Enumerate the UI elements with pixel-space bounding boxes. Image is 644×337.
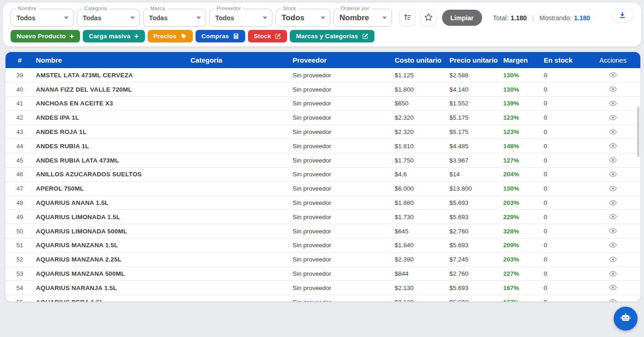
favorites-button[interactable] — [420, 10, 437, 26]
filter-proveedor-select[interactable]: Proveedor Todos — [209, 9, 272, 27]
column-header-number[interactable]: # — [6, 52, 34, 68]
brands-categories-button[interactable]: Marcas y Categorias — [290, 30, 374, 42]
stock-count: 0 — [542, 252, 586, 267]
table-row[interactable]: 39 AMSTEL LATA 473ML CERVEZA Sin proveed… — [6, 68, 640, 82]
row-number: 54 — [6, 281, 34, 295]
sort-direction-button[interactable] — [399, 10, 416, 26]
filter-categoria-select[interactable]: Categoria Todas — [77, 9, 140, 27]
view-product-button[interactable] — [606, 298, 620, 302]
unit-price: $1.552 — [448, 97, 501, 111]
table-row[interactable]: 46 ANILLOS AZUCARADOS SUELTOS Sin provee… — [6, 168, 640, 182]
stock-count: 0 — [542, 295, 586, 302]
product-name: AMSTEL LATA 473ML CERVEZA — [34, 68, 189, 82]
plus-icon: + — [69, 32, 74, 40]
table-row[interactable]: 51 AQUARIUS MANZANA 1.5L Sin proveedor $… — [6, 238, 640, 253]
table-row[interactable]: 49 AQUARIUS LIMONADA 1.5L Sin proveedor … — [6, 210, 640, 224]
eye-icon — [609, 214, 617, 221]
table-row[interactable]: 40 ANANA FIZZ DEL VALLE 720ML Sin provee… — [6, 82, 640, 97]
view-product-button[interactable] — [606, 227, 620, 235]
product-provider: Sin proveedor — [291, 210, 393, 224]
eye-icon — [609, 129, 617, 136]
stock-count: 0 — [542, 224, 586, 238]
row-number: 41 — [6, 97, 34, 111]
chatbot-fab-button[interactable] — [614, 307, 638, 331]
export-download-button[interactable] — [611, 9, 633, 23]
filter-stock-select[interactable]: Stock Todos — [276, 9, 330, 27]
new-product-label: Nuevo Producto — [17, 33, 66, 40]
margin-percent: 123% — [501, 125, 542, 139]
column-header-unit-price[interactable]: Precio unitario — [448, 52, 501, 68]
row-number: 49 — [6, 210, 34, 224]
margin-percent: 167% — [501, 281, 542, 295]
margin-percent: 204% — [501, 168, 542, 182]
table-row[interactable]: 52 AQUARIUS MANZANA 2.25L Sin proveedor … — [6, 252, 640, 267]
table-row[interactable]: 48 AQUARIUS ANANA 1.5L Sin proveedor $1.… — [6, 196, 640, 210]
eye-icon — [609, 87, 617, 93]
column-header-unit-cost[interactable]: Costo unitario — [393, 52, 448, 68]
filter-marca-select[interactable]: Marca Todas — [143, 9, 206, 27]
table-row[interactable]: 42 ANDES IPA 1L Sin proveedor $2.320 $5.… — [6, 110, 640, 125]
view-product-button[interactable] — [606, 284, 620, 291]
product-provider: Sin proveedor — [291, 97, 393, 111]
bulk-upload-button[interactable]: Carga masiva + — [83, 30, 144, 42]
table-row[interactable]: 53 AQUARIUS MANZANA 500ML Sin proveedor … — [6, 267, 640, 281]
total-label: Total: — [493, 14, 508, 22]
view-product-button[interactable] — [606, 170, 620, 178]
product-category — [189, 252, 291, 267]
view-product-button[interactable] — [606, 241, 620, 249]
view-product-button[interactable] — [606, 85, 620, 93]
table-row[interactable]: 41 ANCHOAS EN ACEITE X3 Sin proveedor $6… — [6, 97, 640, 111]
new-product-button[interactable]: Nuevo Producto + — [11, 30, 80, 42]
product-category — [189, 153, 291, 168]
table-row[interactable]: 47 APEROL 750ML Sin proveedor $6.000 $13… — [6, 181, 640, 196]
summary-divider: | — [532, 14, 534, 22]
stock-edit-button[interactable]: Stock — [248, 30, 288, 42]
product-category — [189, 139, 291, 153]
view-product-button[interactable] — [606, 71, 620, 79]
view-product-button[interactable] — [606, 185, 620, 192]
view-product-button[interactable] — [606, 128, 620, 136]
purchases-button[interactable]: Compras — [196, 30, 245, 42]
sort-by-select[interactable]: Ordenar por Nombre — [334, 9, 392, 27]
table-row[interactable]: 43 ANDES ROJA 1L Sin proveedor $2.320 $5… — [6, 125, 640, 139]
clear-filters-button[interactable]: Limpiar — [442, 10, 482, 26]
unit-price: $7.245 — [448, 252, 501, 267]
unit-price: $5.693 — [448, 196, 501, 210]
table-scrollbar[interactable] — [637, 106, 639, 157]
column-header-margin[interactable]: Margen — [501, 52, 542, 68]
product-name: AQUARIUS MANZANA 1.5L — [34, 238, 189, 253]
view-product-button[interactable] — [606, 142, 620, 150]
column-header-stock[interactable]: En stock — [542, 52, 586, 68]
product-name: AQUARIUS LIMONADA 500ML — [34, 224, 189, 238]
star-icon — [424, 12, 433, 23]
product-provider: Sin proveedor — [291, 181, 393, 196]
product-provider: Sin proveedor — [291, 168, 393, 182]
table-row[interactable]: 44 ANDES RUBIA 1L Sin proveedor $1.810 $… — [6, 139, 640, 153]
table-row[interactable]: 55 AQUARIUS PERA 1.5L Sin proveedor $2.1… — [6, 295, 640, 302]
prices-button[interactable]: Precios — [148, 30, 193, 42]
view-product-button[interactable] — [606, 270, 620, 278]
view-product-button[interactable] — [606, 114, 620, 122]
column-header-name[interactable]: Nombre — [34, 52, 189, 68]
unit-cost: $650 — [393, 97, 448, 111]
chevron-down-icon — [196, 17, 201, 19]
unit-cost: $6.000 — [393, 181, 448, 196]
view-product-button[interactable] — [606, 156, 620, 164]
row-number: 39 — [6, 68, 34, 82]
table-row[interactable]: 54 AQUARIUS NARANJA 1.5L Sin proveedor $… — [6, 281, 640, 295]
column-header-category[interactable]: Categoría — [189, 52, 291, 68]
column-header-provider[interactable]: Proveedor — [291, 52, 393, 68]
table-row[interactable]: 50 AQUARIUS LIMONADA 500ML Sin proveedor… — [6, 224, 640, 238]
view-product-button[interactable] — [606, 99, 620, 107]
unit-cost: $1.750 — [393, 153, 448, 168]
row-number: 52 — [6, 252, 34, 267]
eye-icon — [609, 257, 617, 264]
table-row[interactable]: 45 ANDES RUBIA LATA 473ML Sin proveedor … — [6, 153, 640, 168]
product-category — [189, 97, 291, 111]
chevron-down-icon — [64, 17, 69, 19]
view-product-button[interactable] — [606, 213, 620, 221]
view-product-button[interactable] — [606, 199, 620, 207]
stock-edit-label: Stock — [254, 33, 271, 40]
filter-nombre-select[interactable]: Nombre Todos — [11, 9, 74, 27]
view-product-button[interactable] — [606, 256, 620, 263]
